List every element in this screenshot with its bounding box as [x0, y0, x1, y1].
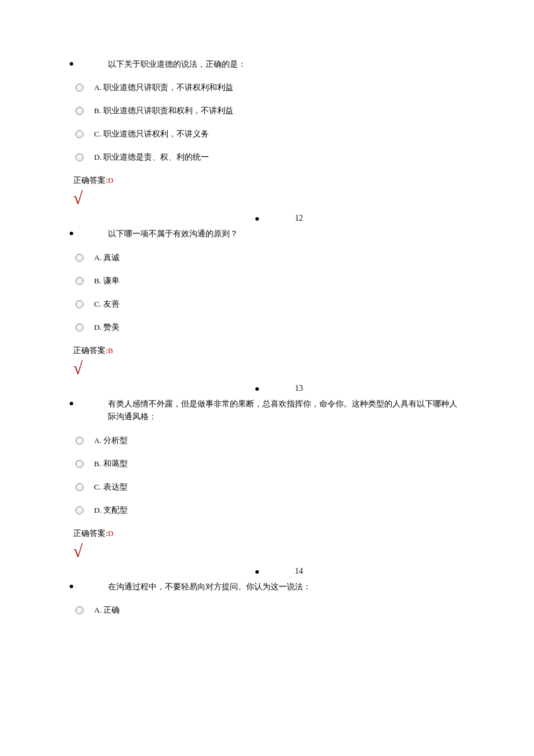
option-text: A. 正确	[94, 605, 120, 615]
option-row: A. 分析型	[75, 435, 464, 446]
option-row: D. 支配型	[75, 505, 464, 516]
option-text: C. 职业道德只讲权利，不讲义务	[94, 129, 209, 139]
answer-value: D	[108, 529, 114, 538]
option-row: A. 真诚	[75, 253, 464, 263]
question-number: 12	[295, 214, 303, 223]
option-row: A. 职业道德只讲职责，不讲权利和利益	[75, 82, 464, 93]
option-text: B. 和蔼型	[94, 459, 128, 469]
question-text: 以下关于职业道德的说法，正确的是：	[108, 58, 246, 71]
check-icon: √	[73, 542, 464, 560]
radio-icon[interactable]	[75, 606, 84, 614]
question-line: 以下哪一项不属于有效沟通的原则？	[70, 228, 464, 240]
bullet-icon	[70, 232, 73, 235]
radio-icon[interactable]	[75, 483, 84, 491]
question-block: 以下哪一项不属于有效沟通的原则？ A. 真诚 B. 谦卑 C. 友善 D. 赞美…	[70, 228, 464, 376]
answer-line: 正确答案:D	[73, 175, 464, 186]
question-number: 13	[295, 384, 303, 393]
option-row: C. 表达型	[75, 482, 464, 492]
question-number: 14	[295, 567, 303, 576]
option-text: B. 职业道德只讲职责和权利，不讲利益	[94, 106, 233, 116]
question-number-line: 13	[70, 383, 464, 394]
option-text: D. 赞美	[94, 322, 120, 333]
answer-value: D	[108, 176, 114, 185]
radio-icon[interactable]	[75, 300, 84, 308]
question-text: 以下哪一项不属于有效沟通的原则？	[108, 228, 238, 240]
radio-icon[interactable]	[75, 277, 84, 285]
question-number-line: 14	[70, 566, 464, 577]
radio-icon[interactable]	[75, 107, 84, 115]
check-icon: √	[73, 189, 464, 207]
answer-prefix: 正确答案:	[73, 529, 108, 538]
question-number-line: 12	[70, 213, 464, 224]
option-row: A. 正确	[75, 605, 464, 615]
bullet-icon	[255, 217, 259, 221]
check-icon: √	[73, 359, 464, 377]
question-block: 以下关于职业道德的说法，正确的是： A. 职业道德只讲职责，不讲权利和利益 B.…	[70, 58, 464, 207]
option-text: D. 职业道德是责、权、利的统一	[94, 152, 210, 163]
radio-icon[interactable]	[75, 437, 84, 445]
option-text: A. 真诚	[94, 253, 120, 263]
option-row: B. 和蔼型	[75, 459, 464, 469]
answer-line: 正确答案:D	[73, 528, 464, 539]
radio-icon[interactable]	[75, 153, 84, 161]
radio-icon[interactable]	[75, 323, 84, 332]
answer-line: 正确答案:B	[73, 345, 464, 356]
option-text: C. 友善	[94, 299, 120, 309]
bullet-icon	[70, 402, 73, 405]
answer-prefix: 正确答案:	[73, 346, 108, 355]
option-row: C. 友善	[75, 299, 464, 309]
option-row: C. 职业道德只讲权利，不讲义务	[75, 129, 464, 139]
radio-icon[interactable]	[75, 460, 84, 468]
option-text: B. 谦卑	[94, 276, 120, 286]
question-block: 有类人感情不外露，但是做事非常的果断，总喜欢指挥你，命令你。这种类型的人具有以下…	[70, 398, 464, 560]
radio-icon[interactable]	[75, 84, 84, 92]
answer-prefix: 正确答案:	[73, 176, 108, 185]
question-line: 有类人感情不外露，但是做事非常的果断，总喜欢指挥你，命令你。这种类型的人具有以下…	[70, 398, 464, 424]
option-row: B. 谦卑	[75, 276, 464, 286]
question-line: 以下关于职业道德的说法，正确的是：	[70, 58, 464, 71]
radio-icon[interactable]	[75, 506, 84, 514]
bullet-icon	[70, 62, 73, 66]
option-row: D. 职业道德是责、权、利的统一	[75, 152, 464, 163]
option-text: A. 分析型	[94, 435, 128, 446]
page-content: 以下关于职业道德的说法，正确的是： A. 职业道德只讲职责，不讲权利和利益 B.…	[0, 0, 534, 651]
option-text: A. 职业道德只讲职责，不讲权利和利益	[94, 82, 234, 93]
option-row: D. 赞美	[75, 322, 464, 333]
radio-icon[interactable]	[75, 254, 84, 262]
option-text: C. 表达型	[94, 482, 128, 492]
bullet-icon	[255, 570, 259, 574]
bullet-icon	[255, 387, 259, 391]
question-text: 在沟通过程中，不要轻易向对方提问。你认为这一说法：	[108, 581, 311, 593]
question-text: 有类人感情不外露，但是做事非常的果断，总喜欢指挥你，命令你。这种类型的人具有以下…	[108, 398, 464, 424]
option-row: B. 职业道德只讲职责和权利，不讲利益	[75, 106, 464, 116]
option-text: D. 支配型	[94, 505, 128, 516]
bullet-icon	[70, 585, 73, 588]
question-block: 在沟通过程中，不要轻易向对方提问。你认为这一说法： A. 正确	[70, 581, 464, 615]
radio-icon[interactable]	[75, 130, 84, 138]
answer-value: B	[108, 346, 113, 355]
question-line: 在沟通过程中，不要轻易向对方提问。你认为这一说法：	[70, 581, 464, 593]
